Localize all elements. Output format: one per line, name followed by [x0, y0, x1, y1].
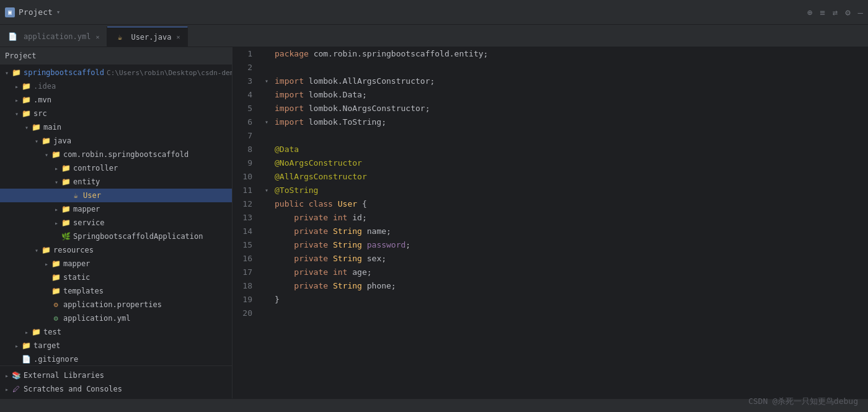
tree-item-templates[interactable]: 📁 templates	[0, 284, 232, 298]
tree-item-external-libs[interactable]: 📚 External Libraries	[0, 369, 232, 382]
tree-item-app-yaml[interactable]: ⚙ application.yml	[0, 311, 232, 325]
tree-item-static[interactable]: 📁 static	[0, 271, 232, 284]
project-title: Project	[19, 7, 53, 17]
tree-arrow-entity[interactable]	[52, 177, 61, 186]
ext-lib-icon: 📚	[11, 370, 21, 380]
folder-icon-src: 📁	[21, 109, 31, 119]
tree-arrow-ext-libs[interactable]	[2, 371, 11, 380]
fold-arrow-3[interactable]: ▾	[265, 74, 273, 88]
tree-item-com-robin[interactable]: 📁 com.robin.springbootscaffold	[0, 148, 232, 161]
folder-icon-target: 📁	[21, 341, 31, 351]
spring-icon: 🌿	[61, 231, 71, 241]
tree-item-idea[interactable]: 📁 .idea	[0, 79, 232, 93]
tree-item-spring-app[interactable]: 🌿 SpringbootscaffoldApplication	[0, 230, 232, 243]
tree-item-mapper[interactable]: 📁 mapper	[0, 202, 232, 216]
tab-user-java[interactable]: ☕ User.java ✕	[107, 27, 188, 47]
tree-arrow-springbootscaffold[interactable]	[2, 68, 11, 77]
tree-label-mvn: .mvn	[33, 96, 227, 104]
props-icon: ⚙	[51, 300, 61, 310]
tree-item-entity[interactable]: 📁 entity	[0, 175, 232, 189]
tree-label-com-robin: com.robin.springbootscaffold	[63, 150, 227, 159]
tree-label-service: service	[73, 218, 227, 227]
yaml-icon: ⚙	[51, 313, 61, 323]
tree-arrow-mvn[interactable]	[12, 96, 21, 104]
split-icon[interactable]: ⇄	[833, 7, 838, 17]
tree-arrow-resources[interactable]	[32, 246, 41, 254]
tree-item-service[interactable]: 📁 service	[0, 216, 232, 230]
tree-item-test[interactable]: 📁 test	[0, 325, 232, 339]
tree-label-user: User	[83, 191, 227, 200]
tree-item-mapper2[interactable]: 📁 mapper	[0, 257, 232, 271]
tree-label-idea: .idea	[33, 82, 227, 91]
tree-label-app-props: application.properties	[63, 300, 227, 309]
tree-arrow-target[interactable]	[12, 341, 21, 350]
tab-label-user-java: User.java	[131, 33, 171, 42]
tree-item-mvn[interactable]: 📁 .mvn	[0, 93, 232, 107]
tree-item-java[interactable]: 📁 java	[0, 134, 232, 148]
tree-label-mapper2: mapper	[63, 259, 227, 268]
title-icons: ⊕ ≡ ⇄ ⚙ —	[807, 7, 863, 17]
code-editor[interactable]: 1 2 3 4 5 6 7 8 9 10 11 12 13 14 15 16 1…	[232, 47, 868, 398]
folder-icon-mapper: 📁	[61, 204, 71, 214]
new-file-icon[interactable]: ⊕	[807, 7, 812, 17]
code-line-6: ▾ import lombok.ToString;	[265, 115, 868, 129]
tree-item-app-props[interactable]: ⚙ application.properties	[0, 298, 232, 311]
main-content: Project 📁 springbootscaffold C:\Users\ro…	[0, 47, 868, 398]
code-line-14: private String name;	[265, 225, 868, 238]
folder-icon-service: 📁	[61, 218, 71, 228]
tree-arrow-service[interactable]	[52, 218, 61, 227]
tree-arrow-mapper[interactable]	[52, 205, 61, 213]
tree-item-main[interactable]: 📁 main	[0, 120, 232, 134]
title-chevron-icon: ▾	[56, 8, 61, 16]
tree-item-scratches[interactable]: 🖊 Scratches and Consoles	[0, 382, 232, 396]
tree-item-user[interactable]: ☕ User	[0, 189, 232, 202]
tree-label-test: test	[43, 328, 227, 336]
tree-arrow-main[interactable]	[22, 123, 31, 132]
tree-item-resources[interactable]: 📁 resources	[0, 243, 232, 257]
settings-icon[interactable]: ⚙	[845, 7, 850, 17]
tree-arrow-com-robin[interactable]	[42, 150, 51, 159]
code-area: 1 2 3 4 5 6 7 8 9 10 11 12 13 14 15 16 1…	[232, 47, 868, 398]
tree-item-controller[interactable]: 📁 controller	[0, 161, 232, 175]
tree-arrow-idea[interactable]	[12, 82, 21, 91]
minimize-icon[interactable]: —	[858, 7, 863, 17]
code-line-18: private String phone;	[265, 279, 868, 293]
code-line-9: @NoArgsConstructor	[265, 156, 868, 170]
folder-icon-java: 📁	[41, 136, 51, 146]
tree-arrow-test[interactable]	[22, 328, 31, 336]
gitignore-icon: 📄	[21, 354, 31, 364]
fold-arrow-11[interactable]: ▾	[265, 184, 273, 197]
tab-application-yaml[interactable]: 📄 application.yml ✕	[0, 27, 107, 47]
tree-arrow-src[interactable]	[12, 109, 21, 118]
tab-close-yaml[interactable]: ✕	[95, 34, 99, 40]
status-bar	[0, 398, 868, 412]
tree-label-templates: templates	[63, 287, 227, 295]
watermark: CSDN @杀死一只知更鸟debug	[748, 396, 858, 407]
tree-item-gitignore[interactable]: 📄 .gitignore	[0, 352, 232, 365]
tree-arrow-mapper2[interactable]	[42, 259, 51, 268]
tree-label-controller: controller	[73, 164, 227, 172]
structure-icon[interactable]: ≡	[820, 7, 825, 17]
folder-icon-test: 📁	[31, 327, 41, 337]
code-line-16: private String sex;	[265, 252, 868, 266]
tree-arrow-scratches[interactable]	[2, 385, 11, 393]
user-class-icon: ☕	[71, 190, 81, 200]
fold-arrow-6[interactable]: ▾	[265, 115, 273, 129]
code-line-2	[265, 61, 868, 74]
tab-close-java[interactable]: ✕	[176, 34, 180, 40]
tree-label-mapper: mapper	[73, 205, 227, 213]
tree-label-entity: entity	[73, 177, 227, 186]
folder-icon-templates: 📁	[51, 286, 61, 296]
tree-item-src[interactable]: 📁 src	[0, 107, 232, 120]
tree-label-main: main	[43, 123, 227, 132]
sidebar: Project 📁 springbootscaffold C:\Users\ro…	[0, 47, 232, 398]
code-line-5: import lombok.NoArgsConstructor;	[265, 102, 868, 115]
tree-item-target[interactable]: 📁 target	[0, 339, 232, 352]
tabs-bar: 📄 application.yml ✕ ☕ User.java ✕	[0, 25, 868, 47]
tree-arrow-java[interactable]	[32, 137, 41, 145]
tree-label-springbootscaffold: springbootscaffold	[24, 68, 104, 77]
sidebar-header: Project	[0, 47, 232, 65]
tree-item-springbootscaffold[interactable]: 📁 springbootscaffold C:\Users\robin\Desk…	[0, 66, 232, 79]
tree-arrow-controller[interactable]	[52, 164, 61, 172]
code-line-10: @AllArgsConstructor	[265, 170, 868, 184]
